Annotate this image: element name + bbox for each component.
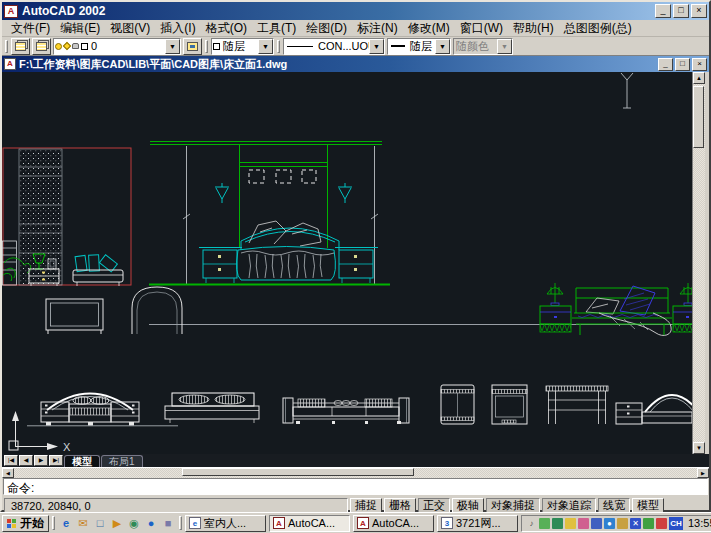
menu-legend[interactable]: 总图图例(总) [559,19,637,38]
menu-tools[interactable]: 工具(T) [252,19,301,38]
windows-taskbar: 开始 e✉□▶◉●■ e 室内人... A AutoCA... A AutoCA… [0,512,711,533]
bed-elevation-center [149,142,390,285]
minimize-button[interactable]: _ [655,4,671,18]
ortho-toggle[interactable]: 正交 [418,498,450,513]
make-object-layer-current-button[interactable] [183,38,202,55]
hscroll-thumb[interactable] [182,468,414,476]
volume-icon[interactable]: ♪ [526,518,537,529]
start-button[interactable]: 开始 [2,515,49,532]
cabinet-1 [441,385,474,424]
doc-close-button[interactable]: × [692,58,707,71]
layer-dropdown[interactable]: 0 ▼ [53,38,181,55]
media-player-icon[interactable]: ▶ [109,515,125,531]
realplayer-icon[interactable]: ■ [160,515,176,531]
display-settings-icon[interactable] [591,518,602,529]
menu-dimension[interactable]: 标注(N) [352,19,403,38]
vertical-scrollbar[interactable]: ▲ ▼ [692,72,705,454]
task-browser-window[interactable]: e 室内人... [185,515,266,532]
messenger-icon[interactable]: ● [143,515,159,531]
close-button[interactable]: × [691,4,707,18]
acdsee-icon[interactable]: ◉ [126,515,142,531]
layer-dropdown-arrow[interactable]: ▼ [165,39,180,54]
update-icon[interactable] [565,518,576,529]
task-label: AutoCA... [288,517,335,529]
menu-modify[interactable]: 修改(M) [403,19,455,38]
tab-nav-first-button[interactable]: |◀ [4,455,18,466]
doc-minimize-button[interactable]: _ [658,58,673,71]
menu-view[interactable]: 视图(V) [105,19,155,38]
make-layer-icon [187,42,198,51]
polar-toggle[interactable]: 极轴 [452,498,484,513]
network-icon[interactable] [643,518,654,529]
menu-format[interactable]: 格式(O) [201,19,252,38]
nightstand-left [199,248,242,284]
tab-nav-next-button[interactable]: ▶ [34,455,48,466]
tab-nav-prev-button[interactable]: ◀ [19,455,33,466]
ime-indicator[interactable]: CH [669,517,683,530]
menu-edit[interactable]: 编辑(E) [55,19,105,38]
msn-icon[interactable]: ● [604,518,615,529]
im-contact-icon[interactable] [539,518,550,529]
quick-launch-bar: e✉□▶◉●■ [58,515,176,531]
layer-previous-button[interactable] [32,38,51,55]
hscroll-track[interactable] [14,468,697,478]
close-program-icon[interactable]: ✕ [630,518,641,529]
osnap-toggle[interactable]: 对象捕捉 [486,498,540,513]
menu-file[interactable]: 文件(F) [6,19,55,38]
scroll-right-icon[interactable]: ▶ [697,468,709,478]
cad-drawing: X [2,72,692,454]
title-bar[interactable]: A AutoCAD 2002 _ □ × [2,2,709,20]
doc-maximize-button[interactable]: □ [675,58,690,71]
lineweight-value: 随层 [408,39,435,54]
restore-button[interactable]: □ [673,4,689,18]
layers-dialog-button[interactable] [11,38,30,55]
scroll-up-icon[interactable]: ▲ [693,72,705,84]
ie-icon[interactable]: e [58,515,74,531]
otrack-toggle[interactable]: 对象追踪 [542,498,596,513]
tab-nav-last-button[interactable]: ▶| [49,455,63,466]
lineweight-toggle[interactable]: 线宽 [598,498,630,513]
antivirus-icon[interactable] [552,518,563,529]
show-desktop-icon[interactable]: □ [92,515,108,531]
toolbar-grip[interactable] [205,40,208,53]
toolbar-grip[interactable] [277,40,280,53]
color-dropdown-arrow[interactable]: ▼ [258,39,273,54]
scroll-down-icon[interactable]: ▼ [693,442,705,454]
toolbar-grip[interactable] [5,40,8,53]
coordinate-readout: 38720, 20840, 0 [4,498,348,513]
grid-toggle[interactable]: 栅格 [384,498,416,513]
task-autocad-1[interactable]: A AutoCA... [269,515,350,532]
alarm-icon[interactable] [656,518,667,529]
task-3721[interactable]: 3 3721网... [437,515,518,532]
lineweight-dropdown[interactable]: 随层 ▼ [387,38,451,55]
tab-model[interactable]: 模型 [64,455,100,467]
document-title: F:\工作资料\图库CAD\LIB\平面\CAD图库\床立面1.dwg [19,57,656,72]
drawing-canvas[interactable]: X [2,72,692,454]
arch-bed-right [642,395,692,423]
command-line[interactable]: 命令: [3,478,708,495]
document-title-bar[interactable]: A F:\工作资料\图库CAD\LIB\平面\CAD图库\床立面1.dwg _ … [2,56,709,72]
tab-layout1[interactable]: 布局1 [101,455,143,467]
lineweight-dropdown-arrow[interactable]: ▼ [435,39,450,54]
mail-monitor-icon[interactable] [578,518,589,529]
task-autocad-2[interactable]: A AutoCA... [353,515,434,532]
graphics-tool-icon[interactable] [617,518,628,529]
plotstyle-value: 随颜色 [454,39,497,54]
horizontal-scrollbar[interactable]: ◀ ▶ [2,467,709,477]
linetype-dropdown[interactable]: CON...UOUS ▼ [283,38,385,55]
model-space-toggle[interactable]: 模型 [632,498,664,513]
scroll-left-icon[interactable]: ◀ [2,468,14,478]
color-dropdown[interactable]: 随层 ▼ [211,38,274,55]
snap-toggle[interactable]: 捕捉 [350,498,382,513]
menu-insert[interactable]: 插入(I) [155,19,200,38]
vscroll-thumb[interactable] [693,86,704,148]
menu-help[interactable]: 帮助(H) [508,19,559,38]
bed-group-right [540,283,692,335]
menu-window[interactable]: 窗口(W) [455,19,508,38]
linetype-dropdown-arrow[interactable]: ▼ [369,39,384,54]
outlook-icon[interactable]: ✉ [75,515,91,531]
taskbar-clock: 13:55 [685,517,711,529]
menu-draw[interactable]: 绘图(D) [301,19,352,38]
document-body: X ▲ ▼ [2,72,709,454]
vscroll-track[interactable] [693,84,705,442]
